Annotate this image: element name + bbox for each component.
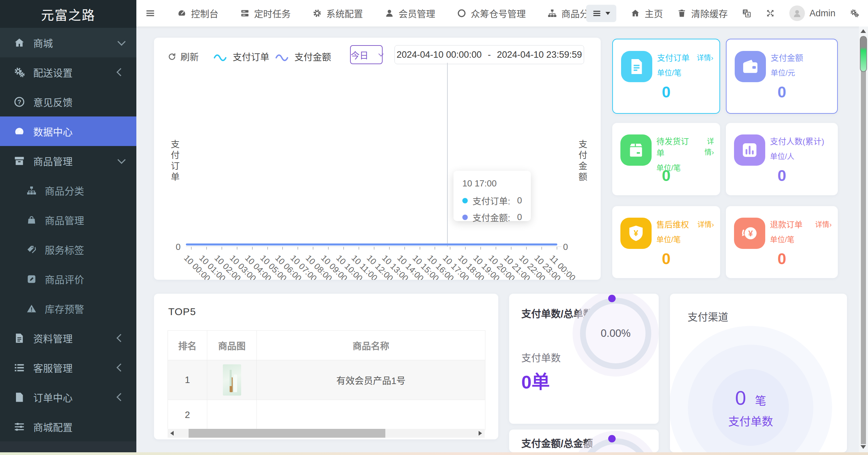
chart-series-line: [186, 243, 557, 245]
nav-item-主页[interactable]: 主页: [631, 7, 663, 20]
x-axis-tick: [282, 247, 283, 250]
svg-text:A: A: [747, 13, 749, 17]
sidebar-item-5[interactable]: 资料管理: [0, 323, 136, 353]
top5-hscrollbar[interactable]: [168, 429, 485, 438]
scroll-down-arrow[interactable]: [861, 445, 866, 449]
file-icon: [14, 392, 25, 403]
scroll-right-arrow[interactable]: [479, 431, 482, 436]
sidebar-subitem-label: 商品分类: [45, 183, 84, 198]
stat-card-unit: 单位/人: [770, 150, 832, 161]
vscroll-thumb[interactable]: [860, 36, 867, 72]
refresh-button[interactable]: 刷新: [168, 50, 199, 63]
legend-pay-orders[interactable]: 支付订单: [213, 50, 269, 63]
date-end: 2024-04-10 23:59:59: [497, 50, 582, 60]
stat-card-title: 支付人数(累计): [770, 136, 824, 147]
x-axis-tick: [480, 247, 481, 250]
gauge-value: 0单: [521, 367, 550, 394]
nav-item-label: 主页: [644, 7, 663, 20]
sidebar-item-2[interactable]: ?意见反馈: [0, 87, 136, 116]
chevron-down-icon: [117, 38, 126, 46]
sidebar-item-3[interactable]: 数据中心: [0, 116, 136, 146]
sidebar-subitem-4-0[interactable]: 商品分类: [0, 176, 136, 205]
legend-label: 支付订单: [233, 50, 269, 63]
gauge-label: 支付单数: [521, 350, 561, 364]
bag-icon: [26, 215, 37, 225]
app-logo: 元富之路: [0, 0, 136, 28]
nav-item-cogs-icon[interactable]: [850, 8, 859, 18]
nav-item-expand-icon[interactable]: [766, 8, 775, 18]
date-range-input[interactable]: 2024-04-10 00:00:00 - 2024-04-10 23:59:5…: [394, 45, 584, 64]
stat-card-3: 支付人数(累计)单位/人0: [726, 123, 838, 195]
sidebar-item-4[interactable]: 商品管理: [0, 146, 136, 176]
tooltip-rows: 支付订单:0支付金额:0: [462, 194, 522, 223]
sidebar-item-8[interactable]: 商城配置: [0, 412, 136, 441]
tooltip-row: 支付订单:0: [462, 194, 522, 207]
bars-icon: [592, 9, 601, 18]
sitemap-icon: [547, 8, 557, 18]
scroll-up-arrow[interactable]: [861, 29, 866, 33]
stat-card-unit: 单位/笔: [656, 233, 714, 244]
warning-icon: [26, 304, 37, 314]
sidebar-item-7[interactable]: 订单中心: [0, 382, 136, 412]
shield-icon: ¥: [626, 224, 645, 243]
detail-link[interactable]: 详情›: [698, 136, 714, 158]
pay-channel-card: 支付渠道 0 笔 支付单数: [670, 294, 847, 452]
nav-user[interactable]: Admin: [789, 5, 835, 21]
navbar-left: 控制台定时任务系统配置会员管理众筹仓号管理商品分类: [145, 0, 598, 26]
stat-card-4: ¥售后维权详情›单位/笔0: [612, 206, 720, 278]
hscroll-thumb[interactable]: [189, 429, 385, 438]
x-axis-tick: [221, 247, 222, 250]
sidebar-item-1[interactable]: 配送设置: [0, 57, 136, 87]
sidebar-item-label: 客服管理: [33, 361, 73, 375]
cogs-icon: [14, 67, 25, 78]
sidebar-item-label: 商城配置: [33, 420, 73, 434]
x-axis-tick: [374, 247, 374, 250]
nav-item-系统配置[interactable]: 系统配置: [312, 7, 363, 20]
product-name-cell: 有效会员产品1号: [257, 360, 485, 400]
nav-item-定时任务[interactable]: 定时任务: [240, 7, 291, 20]
sidebar-toggle-button[interactable]: [145, 8, 155, 18]
stat-card-head: 支付金额单位/元: [771, 52, 831, 77]
bars-icon: [145, 8, 155, 18]
channel-title: 支付渠道: [688, 309, 728, 324]
detail-link[interactable]: 详情›: [697, 219, 714, 230]
stat-title-row: 支付订单详情›: [657, 52, 713, 64]
stat-card-title: 支付订单: [657, 52, 690, 64]
scroll-left-arrow[interactable]: [170, 431, 174, 436]
nav-item-控制台[interactable]: 控制台: [177, 7, 218, 20]
sidebar-subitem-4-2[interactable]: 服务标签: [0, 235, 136, 264]
sidebar-item-6[interactable]: 客服管理: [0, 353, 136, 382]
nav-item-label: 众筹仓号管理: [471, 7, 526, 20]
table-row: 2: [168, 400, 485, 430]
nav-item-会员管理[interactable]: 会员管理: [385, 7, 435, 20]
nav-item-众筹仓号管理[interactable]: 众筹仓号管理: [457, 7, 526, 20]
sidebar-footer-strip: [0, 441, 136, 452]
stat-card-head: 支付人数(累计)单位/人: [770, 136, 832, 161]
refund-icon: ¥: [740, 224, 759, 243]
date-range-select[interactable]: 今日: [350, 45, 383, 64]
sidebar-item-0[interactable]: 商城: [0, 28, 136, 57]
x-axis-tick: [343, 247, 344, 250]
channel-value: 0: [735, 386, 746, 409]
date-start: 2024-04-10 00:00:00: [397, 50, 482, 60]
wallet-icon: [741, 57, 760, 76]
detail-link[interactable]: 详情›: [697, 52, 713, 63]
detail-link[interactable]: 详情›: [815, 219, 832, 230]
nav-item-translate-icon[interactable]: 文A: [742, 8, 751, 18]
vscroll-track[interactable]: [861, 37, 866, 444]
archive-icon: [14, 155, 25, 167]
page-vscrollbar[interactable]: [859, 26, 868, 452]
product-name-cell: [257, 400, 485, 430]
nav-item-label: 控制台: [191, 7, 218, 20]
x-axis-tick: [541, 247, 542, 250]
sidebar-subitem-4-4[interactable]: 库存预警: [0, 294, 136, 323]
nav-dropdown-button[interactable]: [586, 5, 616, 22]
nav-item-清除缓存[interactable]: 清除缓存: [677, 7, 728, 20]
stat-card-5: ¥退款订单详情›单位/笔0: [726, 206, 838, 278]
package-icon: [626, 141, 645, 160]
sidebar-subitem-4-3[interactable]: 商品评价: [0, 264, 136, 294]
edit-icon: [26, 274, 37, 284]
sidebar-subitem-4-1[interactable]: 商品管理: [0, 205, 136, 235]
legend-pay-amount[interactable]: 支付金额: [275, 50, 331, 63]
chevron-down-icon: [117, 156, 126, 164]
